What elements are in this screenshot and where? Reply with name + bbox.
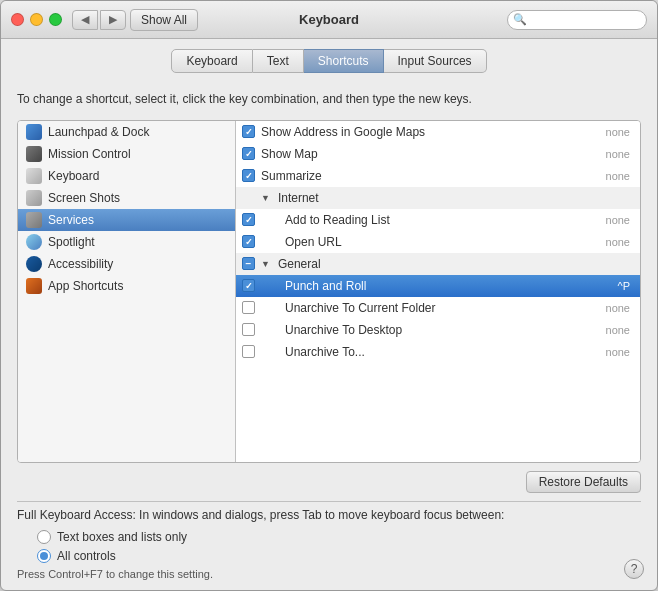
help-button[interactable]: ? [624,559,644,579]
checkbox-show-address[interactable] [242,125,255,138]
instruction-text: To change a shortcut, select it, click t… [17,91,641,108]
traffic-lights [11,13,62,26]
minimize-button[interactable] [30,13,43,26]
show-all-button[interactable]: Show All [130,9,198,31]
search-box: 🔍 [507,10,647,30]
checkbox-unarchive-to[interactable] [242,345,255,358]
sidebar-item-appshortcuts[interactable]: App Shortcuts [18,275,235,297]
back-button[interactable]: ◀ [72,10,98,30]
divider [17,501,641,502]
content-area: To change a shortcut, select it, click t… [1,81,657,590]
list-item[interactable]: Show Address in Google Maps none [236,121,640,143]
list-item[interactable]: Unarchive To... none [236,341,640,363]
close-button[interactable] [11,13,24,26]
checkbox-unarchive-desktop[interactable] [242,323,255,336]
accessibility-icon [26,256,42,272]
checkbox-add-reading[interactable] [242,213,255,226]
radio-btn-all-controls[interactable] [37,549,51,563]
tabs-bar: Keyboard Text Shortcuts Input Sources [1,39,657,81]
tab-input-sources[interactable]: Input Sources [384,49,487,73]
checkbox-summarize[interactable] [242,169,255,182]
checkbox-general[interactable] [242,257,255,270]
list-item-section-general[interactable]: ▼ General [236,253,640,275]
sidebar-item-accessibility[interactable]: Accessibility [18,253,235,275]
window-title: Keyboard [299,12,359,27]
sidebar-item-services[interactable]: Services [18,209,235,231]
list-item[interactable]: Add to Reading List none [236,209,640,231]
tab-keyboard[interactable]: Keyboard [171,49,252,73]
radio-group: Text boxes and lists only All controls [17,530,641,563]
sidebar-item-screenshots[interactable]: Screen Shots [18,187,235,209]
search-input[interactable] [507,10,647,30]
sidebar-item-keyboard[interactable]: Keyboard [18,165,235,187]
titlebar: ◀ ▶ Show All Keyboard 🔍 [1,1,657,39]
keyboard-window: ◀ ▶ Show All Keyboard 🔍 Keyboard Text Sh… [0,0,658,591]
checkbox-show-map[interactable] [242,147,255,160]
appshortcuts-icon [26,278,42,294]
checkbox-unarchive-folder[interactable] [242,301,255,314]
tab-shortcuts[interactable]: Shortcuts [304,49,384,73]
list-item-highlighted[interactable]: Punch and Roll ^P [236,275,640,297]
section-triangle: ▼ [261,259,270,269]
sidebar-item-mission[interactable]: Mission Control [18,143,235,165]
main-panel: Launchpad & Dock Mission Control Keyboar… [17,120,641,463]
list-item-section-internet[interactable]: ▼ Internet [236,187,640,209]
control-f7-text: Press Control+F7 to change this setting. [17,568,641,580]
spotlight-icon [26,234,42,250]
radio-btn-text-boxes[interactable] [37,530,51,544]
checkbox-punch-roll[interactable] [242,279,255,292]
list-panel: Show Address in Google Maps none Show Ma… [236,121,640,462]
keyboard-icon [26,168,42,184]
checkbox-open-url[interactable] [242,235,255,248]
mission-icon [26,146,42,162]
restore-btn-row: Restore Defaults [17,471,641,493]
bottom-area: Restore Defaults Full Keyboard Access: I… [17,471,641,580]
search-icon: 🔍 [513,13,527,26]
tab-text[interactable]: Text [253,49,304,73]
radio-text-boxes[interactable]: Text boxes and lists only [37,530,641,544]
sidebar: Launchpad & Dock Mission Control Keyboar… [18,121,236,462]
sidebar-item-launchpad[interactable]: Launchpad & Dock [18,121,235,143]
services-icon [26,212,42,228]
restore-defaults-button[interactable]: Restore Defaults [526,471,641,493]
section-triangle: ▼ [261,193,270,203]
list-item[interactable]: Show Map none [236,143,640,165]
maximize-button[interactable] [49,13,62,26]
list-item[interactable]: Unarchive To Desktop none [236,319,640,341]
radio-all-controls[interactable]: All controls [37,549,641,563]
list-item[interactable]: Open URL none [236,231,640,253]
forward-button[interactable]: ▶ [100,10,126,30]
nav-buttons: ◀ ▶ [72,10,126,30]
list-item[interactable]: Unarchive To Current Folder none [236,297,640,319]
sidebar-item-spotlight[interactable]: Spotlight [18,231,235,253]
list-item[interactable]: Summarize none [236,165,640,187]
full-keyboard-label: Full Keyboard Access: In windows and dia… [17,508,641,522]
launchpad-icon [26,124,42,140]
screenshots-icon [26,190,42,206]
